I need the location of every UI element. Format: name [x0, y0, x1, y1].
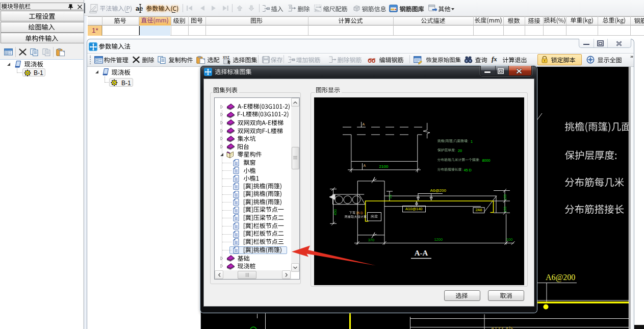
svg-text:XYZ: XYZ — [223, 56, 229, 59]
